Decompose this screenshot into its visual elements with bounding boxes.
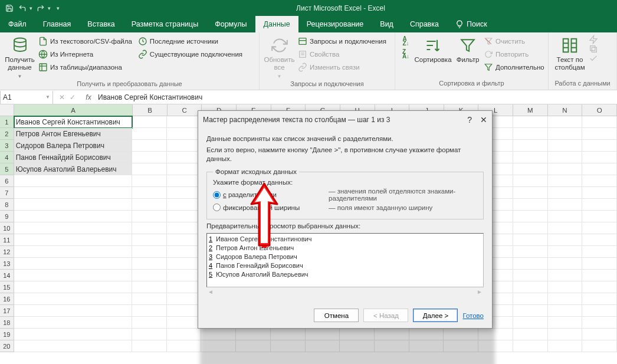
cell[interactable] xyxy=(14,329,132,340)
radio-delimited[interactable] xyxy=(213,191,221,199)
cell[interactable] xyxy=(167,246,202,258)
cell[interactable] xyxy=(167,140,202,152)
cell[interactable] xyxy=(513,128,548,140)
cell[interactable] xyxy=(513,340,548,352)
cell[interactable] xyxy=(548,317,583,329)
row-header[interactable]: 17 xyxy=(0,305,14,317)
cell[interactable] xyxy=(582,317,617,329)
cell[interactable] xyxy=(132,270,167,281)
from-web-button[interactable]: Из Интернета xyxy=(38,48,132,61)
cell[interactable] xyxy=(132,199,167,211)
cell[interactable] xyxy=(582,270,617,281)
cell[interactable] xyxy=(132,116,167,128)
cell[interactable] xyxy=(167,163,202,175)
row-header[interactable]: 9 xyxy=(0,211,14,222)
row-header[interactable]: 1 xyxy=(0,116,14,128)
cell[interactable] xyxy=(548,140,583,152)
cell[interactable] xyxy=(167,128,202,140)
select-all-corner[interactable] xyxy=(0,104,14,116)
cell[interactable] xyxy=(582,293,617,305)
cell[interactable] xyxy=(513,293,548,305)
tab-review[interactable]: Рецензирование xyxy=(298,16,372,32)
cell[interactable] xyxy=(513,234,548,246)
finish-button[interactable]: Готово xyxy=(462,309,484,322)
cell[interactable] xyxy=(582,234,617,246)
cell[interactable] xyxy=(167,329,202,340)
preview-scrollbar[interactable]: ◄► xyxy=(206,287,484,296)
cell[interactable] xyxy=(14,234,132,246)
cell[interactable] xyxy=(513,281,548,293)
tab-data[interactable]: Данные xyxy=(255,16,298,32)
qat-customize-icon[interactable]: ▾ xyxy=(57,5,60,11)
cell[interactable] xyxy=(167,211,202,222)
cell[interactable] xyxy=(14,187,132,199)
queries-button[interactable]: Запросы и подключения xyxy=(298,35,386,48)
cell[interactable] xyxy=(14,305,132,317)
cell[interactable] xyxy=(513,258,548,270)
from-csv-button[interactable]: Из текстового/CSV-файла xyxy=(38,35,132,48)
cell[interactable] xyxy=(548,270,583,281)
sort-button[interactable]: Сортировка xyxy=(413,35,453,64)
cell[interactable] xyxy=(513,163,548,175)
cell[interactable]: Панов Геннайдий Борисович xyxy=(14,152,132,163)
tab-insert[interactable]: Вставка xyxy=(79,16,123,32)
cell[interactable] xyxy=(167,305,202,317)
cell[interactable] xyxy=(132,175,167,187)
existing-conn-button[interactable]: Существующие подключения xyxy=(138,48,242,61)
cell[interactable] xyxy=(548,128,583,140)
cell[interactable] xyxy=(167,234,202,246)
cell[interactable] xyxy=(132,152,167,163)
cell[interactable] xyxy=(167,317,202,329)
help-icon[interactable]: ? xyxy=(467,115,472,124)
cell[interactable] xyxy=(548,234,583,246)
cell[interactable] xyxy=(132,281,167,293)
cell[interactable] xyxy=(548,187,583,199)
column-header[interactable]: N xyxy=(548,104,583,116)
cell[interactable] xyxy=(548,281,583,293)
row-header[interactable]: 7 xyxy=(0,187,14,199)
row-header[interactable]: 6 xyxy=(0,175,14,187)
cell[interactable] xyxy=(513,140,548,152)
cell[interactable] xyxy=(548,211,583,222)
sort-za-button[interactable]: ZA↓ xyxy=(401,48,411,61)
cell[interactable] xyxy=(548,305,583,317)
cell[interactable] xyxy=(513,222,548,234)
dialog-titlebar[interactable]: Мастер распределения текста по столбцам … xyxy=(198,111,492,129)
cell[interactable] xyxy=(582,258,617,270)
cell[interactable] xyxy=(14,222,132,234)
row-header[interactable]: 15 xyxy=(0,281,14,293)
save-icon[interactable] xyxy=(5,4,14,13)
cell[interactable] xyxy=(14,175,132,187)
formula-input[interactable]: Иванов Сергей Константинович xyxy=(96,93,617,101)
cell[interactable] xyxy=(14,281,132,293)
cell[interactable] xyxy=(132,258,167,270)
radio-delimited-label[interactable]: с разделителями xyxy=(223,191,326,198)
row-header[interactable]: 2 xyxy=(0,128,14,140)
cell[interactable] xyxy=(167,281,202,293)
cell[interactable] xyxy=(14,293,132,305)
tab-help[interactable]: Справка xyxy=(402,16,447,32)
cell[interactable] xyxy=(14,258,132,270)
cell[interactable] xyxy=(167,199,202,211)
row-header[interactable]: 13 xyxy=(0,258,14,270)
cell[interactable] xyxy=(167,258,202,270)
fx-icon[interactable]: fx xyxy=(81,93,96,101)
cell[interactable] xyxy=(548,163,583,175)
cell[interactable] xyxy=(132,128,167,140)
row-header[interactable]: 16 xyxy=(0,293,14,305)
cell[interactable] xyxy=(132,234,167,246)
cell[interactable] xyxy=(14,211,132,222)
cell[interactable] xyxy=(167,116,202,128)
tell-me-search[interactable]: Поиск xyxy=(447,16,495,32)
tab-view[interactable]: Вид xyxy=(372,16,402,32)
cell[interactable]: Петров Антон Евгеньевич xyxy=(14,128,132,140)
row-header[interactable]: 20 xyxy=(0,340,14,352)
cell[interactable] xyxy=(582,152,617,163)
cell[interactable] xyxy=(167,175,202,187)
redo-dropdown-icon[interactable]: ▾ xyxy=(48,5,51,11)
radio-fixed-label[interactable]: фиксированной ширины xyxy=(223,204,326,211)
cell[interactable] xyxy=(14,246,132,258)
cell[interactable] xyxy=(548,329,583,340)
tab-home[interactable]: Главная xyxy=(35,16,80,32)
column-header[interactable]: B xyxy=(133,104,168,116)
